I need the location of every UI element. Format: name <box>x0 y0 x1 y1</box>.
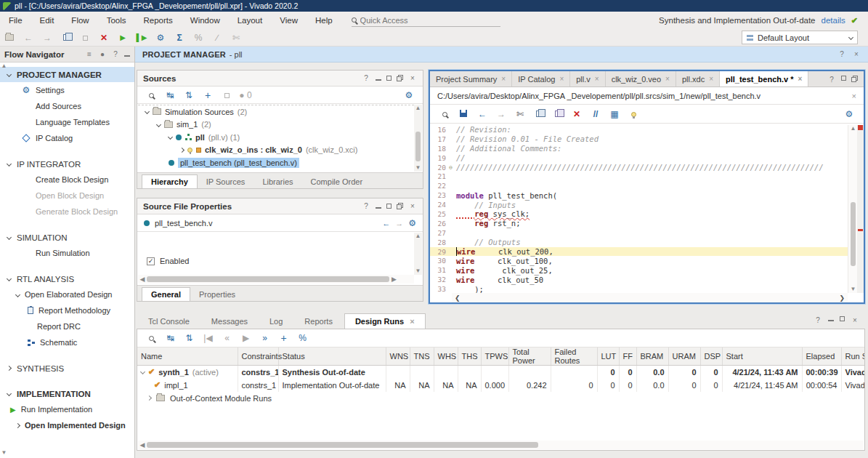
close-icon[interactable]: × <box>709 75 713 83</box>
percent-icon[interactable]: % <box>294 333 311 343</box>
fn-item-generate-block-design[interactable]: Generate Block Design <box>0 204 134 220</box>
search-icon[interactable] <box>436 109 453 119</box>
fn-item-report-drc[interactable]: Report DRC <box>0 318 134 334</box>
fold-icon[interactable]: ⊖ <box>449 164 456 171</box>
code-line[interactable]: 19// <box>430 153 848 163</box>
close-icon[interactable]: × <box>501 75 506 83</box>
fn-item-create-block-design[interactable]: Create Block Design <box>0 172 134 188</box>
delete-icon[interactable]: ✕ <box>568 109 585 119</box>
editor-annotation-ruler[interactable] <box>857 125 864 293</box>
chevron-down-icon[interactable] <box>140 369 145 374</box>
menu-edit[interactable]: Edit <box>31 16 63 25</box>
slash-icon[interactable]: ∕ <box>208 33 227 43</box>
run-icon[interactable]: ▶ <box>113 33 132 41</box>
fn-section-ip-integrator[interactable]: IP INTEGRATOR <box>0 156 134 172</box>
column-header[interactable]: URAM <box>668 347 700 366</box>
fast-forward-icon[interactable]: » <box>256 333 273 343</box>
scissors-icon[interactable]: ✄ <box>227 33 246 43</box>
column-header[interactable]: DSP <box>700 347 722 366</box>
error-line-marker[interactable] <box>858 229 863 231</box>
fn-item-run-simulation[interactable]: Run Simulation <box>0 245 134 261</box>
menu-file[interactable]: File <box>0 16 31 25</box>
search-icon[interactable] <box>143 90 159 100</box>
redo-icon[interactable]: → <box>38 33 57 43</box>
redo-icon[interactable]: → <box>492 109 510 119</box>
fn-item-open-elaborated-design[interactable]: Open Elaborated Design <box>0 286 134 302</box>
gear-icon[interactable]: ⚙ <box>408 218 416 228</box>
maximize-icon[interactable] <box>386 204 392 209</box>
help-icon[interactable]: ? <box>362 202 370 210</box>
tab-ip-catalog[interactable]: IP Catalog× <box>512 71 570 87</box>
scroll-up-arrow[interactable]: ▲ <box>414 233 422 240</box>
menu-tools[interactable]: Tools <box>98 16 135 25</box>
create-run-icon[interactable]: + <box>275 332 292 344</box>
code-line[interactable]: 27 <box>430 228 848 238</box>
menu-layout[interactable]: Layout <box>229 16 272 25</box>
close-icon[interactable]: × <box>851 316 859 324</box>
minimize-icon[interactable] <box>828 316 834 321</box>
lightbulb-icon[interactable] <box>625 109 642 119</box>
quick-access-input[interactable] <box>360 16 484 25</box>
expand-all-icon[interactable]: ⇅ <box>181 333 198 343</box>
collapse-all-icon[interactable]: ↹ <box>162 333 179 343</box>
tab-pll-xdc[interactable]: pll.xdc× <box>676 71 720 87</box>
collapse-all-icon[interactable]: ↹ <box>162 90 178 100</box>
tree-item-simulation-sources[interactable]: Simulation Sources (2) <box>138 105 414 118</box>
sources-settings-icon[interactable]: ⚙ <box>401 90 417 100</box>
delete-icon[interactable]: ✕ <box>94 33 113 43</box>
code-line[interactable]: 25 reg sys_clk; <box>430 209 848 219</box>
fn-item-run-implementation[interactable]: ▶ Run Implementation <box>0 401 134 417</box>
close-icon[interactable]: × <box>410 317 414 326</box>
toggle-comment-icon[interactable]: // <box>587 109 604 119</box>
highlight-icon[interactable]: % <box>189 33 208 43</box>
scroll-up-arrow[interactable]: ▲ <box>0 63 8 70</box>
column-header[interactable]: Constraints <box>238 347 278 366</box>
minimize-icon[interactable] <box>376 204 381 209</box>
column-header[interactable]: WHS <box>434 347 458 366</box>
tab-tcl-console[interactable]: Tcl Console <box>138 314 200 329</box>
sources-vscrollbar[interactable]: ▲ ▼ <box>414 105 422 172</box>
sfp-hscrollbar[interactable]: ◀ ▶ <box>138 275 414 284</box>
fn-item-add-sources[interactable]: Add Sources <box>0 98 134 114</box>
tab-clk-wiz-veo[interactable]: clk_wiz_0.veo× <box>606 71 676 87</box>
column-header[interactable]: Status <box>278 347 386 366</box>
tab-compile-order[interactable]: Compile Order <box>302 175 372 188</box>
close-icon[interactable]: × <box>408 202 417 210</box>
play-icon[interactable]: ▶ <box>238 333 254 343</box>
column-header[interactable]: WNS <box>386 347 410 366</box>
close-icon[interactable]: × <box>559 75 564 83</box>
scroll-right-arrow[interactable]: ❯ <box>839 294 845 302</box>
rewind-icon[interactable]: « <box>219 333 235 343</box>
menu-window[interactable]: Window <box>182 16 229 25</box>
tab-ip-sources[interactable]: IP Sources <box>198 175 254 188</box>
close-icon[interactable]: × <box>852 92 856 100</box>
copy-icon[interactable] <box>530 109 548 119</box>
bottom-hscrollbar[interactable]: ◀ <box>138 441 864 449</box>
settings-gear-icon[interactable]: ⚙ <box>151 33 170 43</box>
step-first-icon[interactable]: |◀ <box>200 333 216 343</box>
undo-icon[interactable]: ← <box>19 33 38 43</box>
code-line[interactable]: 29wire clk_out_200, <box>430 247 848 257</box>
dock-icon[interactable]: ≡ <box>85 50 94 58</box>
tree-item-pll-test-bench[interactable]: pll_test_bench (pll_test_bench.v) <box>138 156 414 169</box>
fn-section-synthesis[interactable]: SYNTHESIS <box>0 361 134 376</box>
scroll-down-arrow[interactable]: ▼ <box>414 164 422 172</box>
help-box-icon[interactable] <box>219 90 235 100</box>
help-icon[interactable]: ? <box>814 316 822 324</box>
column-header[interactable]: TPWS <box>481 347 508 366</box>
details-link[interactable]: details <box>822 16 845 25</box>
editor-vscrollbar[interactable]: ▲ ▼ <box>848 125 857 293</box>
tab-reports[interactable]: Reports <box>294 314 343 329</box>
code-line[interactable]: 24 // Inputs <box>430 200 848 209</box>
save-icon[interactable] <box>455 109 472 119</box>
column-header[interactable]: Elapsed <box>802 347 841 366</box>
maximize-icon[interactable] <box>841 76 846 81</box>
maximize-icon[interactable] <box>840 316 845 321</box>
code-line[interactable]: 23module pll_test_bench( <box>430 190 848 200</box>
menu-view[interactable]: View <box>271 16 307 25</box>
enabled-checkbox[interactable]: ✓ <box>147 257 155 265</box>
column-header[interactable]: Failed Routes <box>551 347 597 366</box>
close-icon[interactable]: × <box>798 75 803 83</box>
fn-section-project-manager[interactable]: PROJECT MANAGER <box>0 67 134 82</box>
back-arrow-icon[interactable]: ← <box>382 219 390 228</box>
